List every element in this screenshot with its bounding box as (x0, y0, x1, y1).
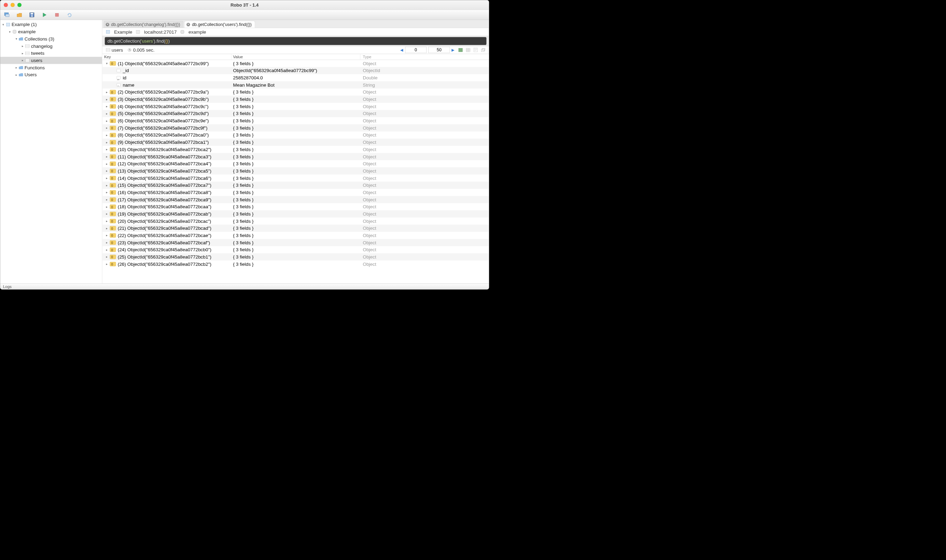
grid-row[interactable]: ▸(14) ObjectId("656329ca0f45a8ea0772bca6… (102, 175, 489, 182)
grid-row[interactable]: ▸(23) ObjectId("656329ca0f45a8ea0772bcaf… (102, 239, 489, 246)
expand-icon[interactable]: ▸ (106, 169, 108, 173)
save-button[interactable] (29, 12, 35, 18)
svg-rect-3 (31, 13, 33, 14)
expand-icon[interactable]: ▾ (106, 62, 108, 65)
grid-row[interactable]: ▸(22) ObjectId("656329ca0f45a8ea0772bcae… (102, 232, 489, 239)
tree-collection-label: tweets (31, 51, 45, 56)
document-icon (110, 262, 116, 266)
expand-icon[interactable]: ▸ (106, 97, 108, 101)
connect-button[interactable] (4, 12, 10, 18)
grid-row[interactable]: ▸(17) ObjectId("656329ca0f45a8ea0772bca9… (102, 196, 489, 203)
grid-row[interactable]: _idObjectId("656329ca0f45a8ea0772bc99")O… (102, 67, 489, 74)
close-tab-icon[interactable]: ✕ (186, 23, 190, 26)
expand-icon[interactable]: ▸ (106, 162, 108, 166)
expand-icon[interactable]: ▸ (106, 112, 108, 115)
page-limit-input[interactable] (428, 47, 450, 53)
expand-icon[interactable]: ▸ (106, 147, 108, 151)
logs-button[interactable]: Logs (3, 284, 12, 289)
expand-icon[interactable]: ▸ (106, 126, 108, 129)
grid-row[interactable]: ▸(16) ObjectId("656329ca0f45a8ea0772bca8… (102, 189, 489, 196)
grid-row[interactable]: ▸(11) ObjectId("656329ca0f45a8ea0772bca3… (102, 153, 489, 160)
grid-row[interactable]: ▸(5) ObjectId("656329ca0f45a8ea0772bc9d"… (102, 110, 489, 117)
expand-icon[interactable]: ▸ (106, 183, 108, 187)
expand-icon[interactable]: ▸ (106, 212, 108, 216)
grid-row[interactable]: ▸(12) ObjectId("656329ca0f45a8ea0772bca4… (102, 160, 489, 168)
grid-row[interactable]: ▸(25) ObjectId("656329ca0f45a8ea0772bcb1… (102, 253, 489, 261)
tree-database[interactable]: ▾ example (0, 28, 102, 35)
expand-icon[interactable]: ▸ (106, 219, 108, 223)
execute-button[interactable] (41, 12, 48, 18)
expand-icon[interactable]: ▸ (106, 262, 108, 266)
grid-row[interactable]: ▸(24) ObjectId("656329ca0f45a8ea0772bcb0… (102, 246, 489, 253)
window-title: Robo 3T - 1.4 (231, 2, 258, 8)
row-value: { 3 fields } (233, 240, 254, 245)
stop-button[interactable] (54, 12, 60, 18)
grid-row[interactable]: ▸(8) ObjectId("656329ca0f45a8ea0772bca0"… (102, 131, 489, 138)
grid-row[interactable]: id2585287004.0Double (102, 74, 489, 82)
row-value: { 3 fields } (233, 168, 254, 174)
grid-row[interactable]: ▸(10) ObjectId("656329ca0f45a8ea0772bca2… (102, 146, 489, 153)
zoom-window-button[interactable] (17, 3, 22, 7)
row-type: Object (363, 125, 376, 131)
column-key[interactable]: Key (102, 54, 231, 60)
column-value[interactable]: Value (231, 54, 360, 60)
column-type[interactable]: Type (360, 54, 489, 60)
tree-connection[interactable]: ▾ Example (1) (0, 21, 102, 28)
expand-icon[interactable]: ▸ (106, 104, 108, 108)
expand-icon[interactable]: ▸ (106, 248, 108, 252)
grid-row[interactable]: ▸(3) ObjectId("656329ca0f45a8ea0772bc9b"… (102, 95, 489, 103)
grid-row[interactable]: ▸(9) ObjectId("656329ca0f45a8ea0772bca1"… (102, 138, 489, 146)
grid-row[interactable]: ▸(21) ObjectId("656329ca0f45a8ea0772bcad… (102, 225, 489, 232)
expand-icon[interactable]: ▸ (106, 255, 108, 259)
page-next-button[interactable]: ▶ (450, 47, 456, 53)
view-tree-button[interactable] (457, 47, 464, 53)
grid-row[interactable]: ▸(18) ObjectId("656329ca0f45a8ea0772bcaa… (102, 203, 489, 210)
expand-icon[interactable]: ▸ (106, 226, 108, 230)
query-tab[interactable]: ✕db.getCollection('users').find({}) (185, 21, 255, 28)
tree-users-folder[interactable]: ▸ Users (0, 71, 102, 78)
expand-icon[interactable]: ▸ (106, 240, 108, 244)
expand-icon[interactable]: ▸ (106, 119, 108, 123)
open-button[interactable] (16, 12, 23, 18)
expand-icon[interactable]: ▸ (106, 234, 108, 237)
page-prev-button[interactable]: ◀ (398, 47, 405, 53)
expand-icon[interactable]: ▸ (106, 133, 108, 137)
svg-rect-8 (25, 45, 29, 48)
grid-row[interactable]: ▸(2) ObjectId("656329ca0f45a8ea0772bc9a"… (102, 88, 489, 95)
grid-row[interactable]: ▸(19) ObjectId("656329ca0f45a8ea0772bcab… (102, 210, 489, 218)
expand-icon[interactable]: ▸ (106, 155, 108, 158)
grid-row[interactable]: ▸(26) ObjectId("656329ca0f45a8ea0772bcb2… (102, 261, 489, 268)
grid-row[interactable]: ▸(15) ObjectId("656329ca0f45a8ea0772bca7… (102, 182, 489, 189)
close-tab-icon[interactable]: ✕ (106, 23, 109, 26)
grid-row[interactable]: ▸(4) ObjectId("656329ca0f45a8ea0772bc9c"… (102, 103, 489, 110)
expand-icon[interactable]: ▸ (106, 191, 108, 194)
grid-row[interactable]: ▾(1) ObjectId("656329ca0f45a8ea0772bc99"… (102, 60, 489, 67)
tree-collection-changelog[interactable]: ▸changelog (0, 43, 102, 50)
tree-collections-folder[interactable]: ▾ Collections (3) (0, 35, 102, 43)
tree-collection-users[interactable]: ▸users (0, 57, 102, 64)
expand-icon[interactable]: ▸ (106, 205, 108, 209)
view-table-button[interactable] (465, 47, 472, 53)
tree-functions-folder[interactable]: ▸ Functions (0, 64, 102, 71)
query-editor[interactable]: db.getCollection('users').find({}) (105, 37, 486, 45)
close-window-button[interactable] (4, 3, 8, 7)
expand-icon[interactable]: ▸ (106, 90, 108, 94)
rotate-button[interactable] (66, 12, 73, 18)
grid-row[interactable]: ▸(6) ObjectId("656329ca0f45a8ea0772bc9e"… (102, 117, 489, 125)
minimize-window-button[interactable] (11, 3, 15, 7)
tree-collection-tweets[interactable]: ▸tweets (0, 49, 102, 57)
row-key: (25) ObjectId("656329ca0f45a8ea0772bcb1"… (118, 254, 211, 260)
document-icon (110, 255, 116, 259)
result-grid[interactable]: Key Value Type ▾(1) ObjectId("656329ca0f… (102, 54, 489, 284)
expand-icon[interactable]: ▸ (106, 197, 108, 202)
expand-icon[interactable]: ▸ (106, 176, 108, 180)
page-skip-input[interactable] (405, 47, 426, 53)
view-text-button[interactable] (472, 47, 479, 53)
grid-row[interactable]: nameMean Magazine BotString (102, 82, 489, 89)
expand-icon[interactable]: ▸ (106, 140, 108, 144)
query-tab[interactable]: ✕db.getCollection('changelog').find({}) (104, 21, 183, 28)
grid-row[interactable]: ▸(20) ObjectId("656329ca0f45a8ea0772bcac… (102, 218, 489, 225)
grid-row[interactable]: ▸(7) ObjectId("656329ca0f45a8ea0772bc9f"… (102, 125, 489, 132)
popout-button[interactable] (480, 47, 486, 53)
grid-row[interactable]: ▸(13) ObjectId("656329ca0f45a8ea0772bca5… (102, 168, 489, 175)
